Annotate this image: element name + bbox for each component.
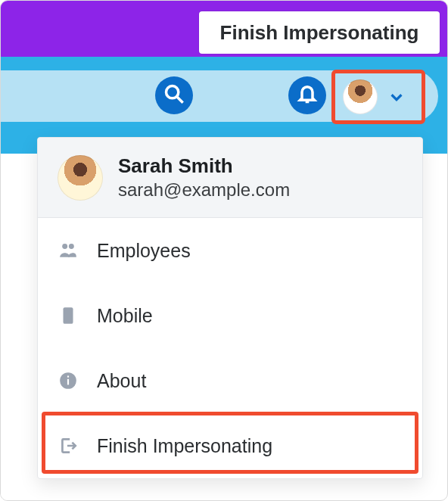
about-icon — [58, 370, 79, 391]
mobile-icon — [58, 305, 79, 326]
finish-impersonating-pill-label: Finish Impersonating — [220, 21, 419, 45]
svg-point-0 — [166, 86, 179, 98]
svg-rect-9 — [67, 376, 69, 378]
menu-item-label: Finish Impersonating — [97, 435, 272, 457]
user-dropdown-header: Sarah Smith sarah@example.com — [38, 138, 422, 218]
svg-rect-6 — [67, 321, 70, 322]
search-button[interactable] — [155, 76, 193, 114]
search-icon — [163, 83, 185, 107]
notifications-button[interactable] — [288, 76, 326, 114]
menu-item-finish-impersonating[interactable]: Finish Impersonating — [38, 413, 422, 478]
menu-item-about[interactable]: About — [38, 348, 422, 413]
menu-item-mobile[interactable]: Mobile — [38, 283, 422, 348]
user-menu-trigger[interactable] — [340, 76, 417, 117]
user-email: sarah@example.com — [118, 179, 290, 201]
menu-item-employees[interactable]: Employees — [38, 218, 422, 283]
avatar-large-icon — [58, 155, 103, 201]
svg-point-3 — [62, 244, 67, 249]
exit-icon — [58, 435, 79, 456]
chevron-down-icon — [388, 89, 405, 105]
menu-item-label: About — [97, 370, 146, 392]
avatar-icon — [343, 79, 378, 114]
svg-rect-8 — [67, 379, 69, 385]
svg-line-1 — [177, 97, 183, 103]
finish-impersonating-pill[interactable]: Finish Impersonating — [199, 11, 440, 54]
employees-icon — [58, 240, 79, 261]
menu-item-label: Employees — [97, 240, 191, 262]
bell-icon — [297, 83, 318, 107]
user-name: Sarah Smith — [118, 154, 290, 178]
menu-item-label: Mobile — [97, 305, 153, 327]
svg-point-4 — [69, 244, 74, 249]
user-dropdown: Sarah Smith sarah@example.com Employees … — [37, 137, 423, 479]
